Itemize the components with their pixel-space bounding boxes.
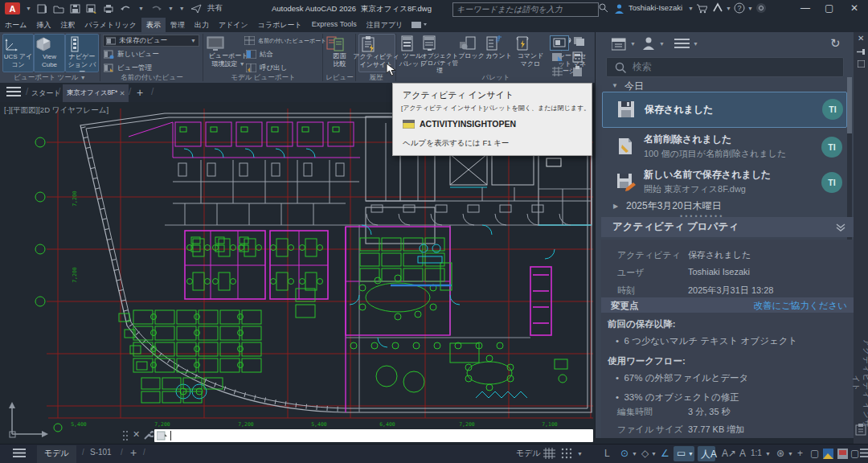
plot-icon[interactable]: [103, 4, 114, 14]
help-search-input[interactable]: キーワードまたは語句を入力: [452, 2, 599, 17]
today-collapse-icon[interactable]: ▼: [612, 82, 618, 89]
palette-search-input[interactable]: 検索: [606, 57, 844, 77]
view-manager-button[interactable]: ビュー管理: [104, 63, 152, 73]
panel-label-model-viewports[interactable]: モデル ビューポート: [204, 73, 322, 83]
status-menu-icon[interactable]: [13, 448, 26, 458]
help-icon[interactable]: ?: [734, 2, 745, 14]
new-view-button[interactable]: 新しいビュー: [104, 49, 159, 59]
crosshair-icon[interactable]: +: [797, 448, 803, 459]
isodraft-icon[interactable]: ◇: [641, 448, 649, 459]
undo-icon[interactable]: [120, 4, 133, 14]
notification-icon[interactable]: [755, 2, 767, 14]
graphics-performance-icon[interactable]: [823, 449, 833, 459]
app-menu-caret-icon[interactable]: ▼: [26, 6, 31, 11]
scale-caret-icon[interactable]: ▼: [765, 451, 771, 457]
markup-import-icon[interactable]: [551, 51, 563, 63]
event-purged[interactable]: 名前削除されました 100 個の項目が名前削除されました TI: [602, 130, 845, 164]
hardware-acceleration-icon[interactable]: [837, 449, 848, 459]
activity-properties-header[interactable]: アクティビティ プロパティ: [601, 217, 854, 237]
tab-annotate[interactable]: 注釈: [55, 18, 80, 32]
tab-home[interactable]: ホーム: [0, 18, 31, 32]
autodesk-caret-icon[interactable]: ▼: [726, 6, 731, 11]
polar-caret-icon[interactable]: ▼: [632, 451, 637, 457]
file-tab-document[interactable]: 東京オフィス8F* ✕: [63, 84, 129, 102]
panel-label-palettes[interactable]: パレット: [397, 73, 595, 83]
dynamic-input-caret-icon[interactable]: ▼: [688, 451, 694, 457]
restore-button[interactable]: ▢: [825, 2, 833, 14]
event-filter-caret-icon[interactable]: ▼: [693, 41, 698, 47]
date-filter-icon[interactable]: [612, 37, 627, 51]
annotation-scale-icon[interactable]: A: [739, 448, 746, 459]
command-tools-icon[interactable]: [143, 430, 154, 440]
collapse-chevron-icon[interactable]: [836, 223, 845, 232]
grid-display-icon[interactable]: [543, 448, 555, 459]
tab-addins[interactable]: アドイン: [214, 18, 253, 32]
panel-label-viewport-tools[interactable]: ビューポート ツール ▼: [0, 73, 100, 83]
close-button[interactable]: ✕: [850, 2, 858, 14]
qat-more-caret-icon[interactable]: ▼: [179, 6, 185, 11]
ucs-icon-button[interactable]: UCS アイコン: [2, 34, 34, 72]
event-filter-icon[interactable]: [674, 38, 690, 50]
help-caret-icon[interactable]: ▼: [747, 6, 753, 11]
isodraft-caret-icon[interactable]: ▼: [651, 451, 657, 457]
feedback-link[interactable]: 改善にご協力ください: [753, 300, 847, 312]
tab-featured-apps[interactable]: 注目アプリ: [362, 18, 408, 32]
date-group-label[interactable]: 2025年3月20日木曜日: [626, 199, 722, 213]
annotation-scale-value[interactable]: 1:1: [751, 449, 762, 457]
count-palette-button[interactable]: # カウント: [485, 34, 512, 71]
join-viewports-button[interactable]: 結合: [246, 49, 273, 59]
workspace-settings-icon[interactable]: ⊛: [776, 448, 784, 459]
model-tab[interactable]: モデル: [37, 445, 76, 463]
user-filter-caret-icon[interactable]: ▼: [659, 41, 665, 47]
reference-palette-icon[interactable]: [551, 66, 563, 77]
sheet-views-icon[interactable]: [572, 35, 585, 47]
user-filter-icon[interactable]: [642, 36, 656, 51]
ortho-icon[interactable]: L: [604, 448, 610, 459]
clipboard-palette-icon[interactable]: [572, 66, 583, 77]
new-layout-icon[interactable]: +: [130, 446, 137, 459]
cart-icon[interactable]: [696, 3, 707, 14]
clean-screen-icon[interactable]: ▢: [850, 448, 859, 459]
restore-viewports-button[interactable]: 呼び出し: [246, 63, 287, 73]
blocks-palette-button[interactable]: ブロック: [458, 34, 485, 71]
ribbon-display-toggle-icon[interactable]: [407, 18, 427, 32]
command-input[interactable]: [154, 429, 593, 442]
view-cube-button[interactable]: View Cube: [34, 34, 65, 72]
model-space-label[interactable]: モデル: [516, 448, 541, 459]
view-combo[interactable]: 未保存のビュー ▼: [103, 35, 199, 47]
snap-mode-icon[interactable]: [561, 448, 573, 459]
tab-parametric[interactable]: パラメトリック: [80, 18, 141, 32]
command-recent-icon[interactable]: [157, 431, 168, 440]
tab-output[interactable]: 出力: [190, 18, 214, 32]
share-label[interactable]: 共有: [207, 3, 223, 14]
open-folder-icon[interactable]: [53, 4, 64, 14]
calculator-icon[interactable]: [572, 51, 583, 63]
navigation-bar-button[interactable]: ナビゲーション バー: [65, 34, 99, 72]
properties-palette-button[interactable]: オブジェクト プロパティ管理: [421, 34, 458, 71]
tab-express-tools[interactable]: Express Tools: [307, 18, 362, 32]
command-close-icon[interactable]: ✕: [133, 429, 140, 440]
date-filter-caret-icon[interactable]: ▼: [630, 41, 636, 47]
autoscale-icon[interactable]: A↗: [722, 448, 736, 459]
tab-manage[interactable]: 管理: [166, 18, 190, 32]
tab-insert[interactable]: 挿入: [31, 18, 55, 32]
redo-icon[interactable]: [149, 4, 162, 14]
refresh-icon[interactable]: ↻: [830, 36, 841, 51]
tab-collaborate[interactable]: コラボレート: [253, 18, 307, 32]
workspace-caret-icon[interactable]: ▼: [788, 451, 793, 457]
search-icon[interactable]: [598, 2, 608, 13]
autocad-logo-icon[interactable]: A: [5, 2, 20, 14]
polar-tracking-icon[interactable]: ⊙: [620, 448, 628, 459]
visibility-palette-icon[interactable]: [550, 35, 569, 51]
command-grip-icon[interactable]: [122, 430, 129, 441]
file-tab-menu-icon[interactable]: [6, 86, 21, 97]
palette-properties-icon[interactable]: [858, 60, 865, 68]
panel-label-review[interactable]: レビュー: [324, 73, 355, 83]
annotation-visibility-icon[interactable]: 人A: [701, 448, 717, 461]
osnap-icon[interactable]: ∠: [661, 448, 669, 459]
share-icon[interactable]: [190, 4, 202, 14]
new-file-icon[interactable]: [37, 4, 47, 14]
undo-caret-icon[interactable]: ▼: [138, 6, 144, 11]
customization-icon[interactable]: [860, 448, 868, 458]
drawing-compare-button[interactable]: 図面比較: [326, 34, 354, 71]
